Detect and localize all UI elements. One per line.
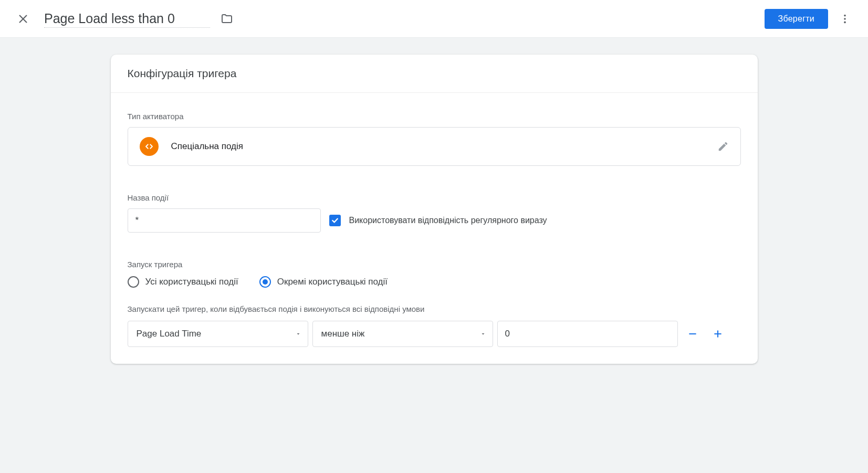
close-icon — [17, 13, 29, 25]
trigger-type-selector[interactable]: Спеціальна подія — [128, 127, 741, 166]
trigger-type-name: Спеціальна подія — [171, 141, 705, 152]
edit-icon — [717, 141, 729, 152]
remove-condition-button[interactable] — [682, 323, 703, 344]
fires-on-label: Запуск тригера — [128, 260, 741, 269]
more-menu-button[interactable] — [834, 8, 855, 29]
minus-icon — [687, 329, 698, 339]
more-vert-icon — [839, 13, 851, 25]
radio-off-icon — [128, 276, 139, 288]
trigger-config-card: Конфігурація тригера Тип активатора Спец… — [111, 55, 758, 364]
type-label: Тип активатора — [128, 112, 741, 121]
card-title: Конфігурація тригера — [111, 55, 758, 93]
chevron-down-icon — [480, 331, 486, 337]
svg-point-0 — [844, 14, 846, 16]
radio-all-events[interactable]: Усі користувацькі події — [128, 276, 238, 288]
plus-icon — [713, 329, 723, 339]
close-button[interactable] — [11, 6, 36, 31]
custom-event-icon — [140, 137, 159, 156]
radio-all-label: Усі користувацькі події — [145, 277, 238, 287]
svg-point-1 — [844, 18, 846, 20]
folder-button[interactable] — [216, 8, 237, 29]
add-condition-button[interactable] — [707, 323, 728, 344]
check-icon — [331, 216, 339, 225]
event-name-input[interactable] — [128, 208, 321, 233]
svg-point-2 — [844, 21, 846, 23]
topbar: Зберегти — [0, 0, 868, 38]
save-button[interactable]: Зберегти — [765, 9, 828, 29]
condition-value-input[interactable] — [497, 321, 678, 347]
content-surface: Конфігурація тригера Тип активатора Спец… — [0, 38, 868, 473]
radio-on-icon — [259, 276, 271, 288]
condition-variable-value: Page Load Time — [137, 329, 202, 339]
chevron-down-icon — [295, 331, 301, 337]
folder-icon — [221, 13, 233, 25]
condition-operator-select[interactable]: менше ніж — [312, 321, 493, 347]
condition-label: Запускати цей тригер, коли відбувається … — [128, 304, 741, 313]
radio-some-events[interactable]: Окремі користувацькі події — [259, 276, 388, 288]
regex-checkbox-label: Використовувати відповідність регулярног… — [349, 216, 547, 225]
event-name-label: Назва події — [128, 193, 741, 202]
radio-some-label: Окремі користувацькі події — [277, 277, 388, 287]
regex-checkbox[interactable] — [329, 215, 341, 226]
condition-variable-select[interactable]: Page Load Time — [128, 321, 308, 347]
trigger-title-input[interactable] — [44, 10, 210, 28]
condition-operator-value: менше ніж — [321, 329, 365, 339]
